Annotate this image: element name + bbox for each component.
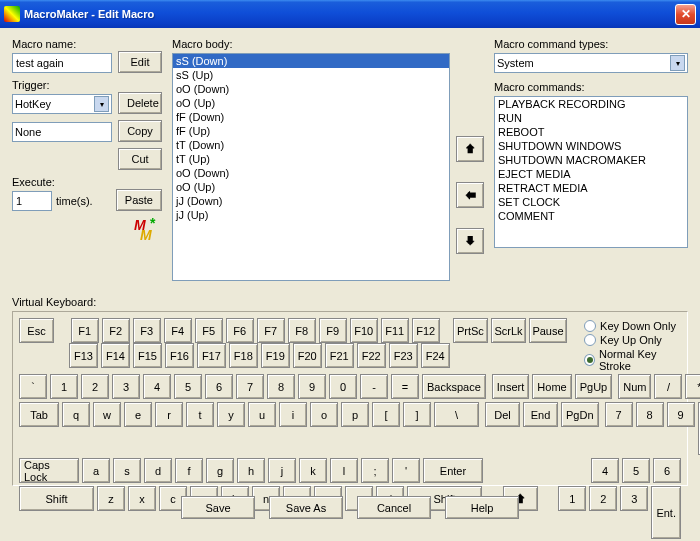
key-f24[interactable]: F24 (421, 343, 450, 368)
key-7[interactable]: 7 (236, 374, 264, 399)
help-button[interactable]: Help (445, 496, 519, 519)
key-r[interactable]: r (155, 402, 183, 427)
key-z[interactable]: z (97, 486, 125, 511)
key-pause[interactable]: Pause (529, 318, 567, 343)
radio-keydown[interactable] (584, 320, 596, 332)
command-item[interactable]: PLAYBACK RECORDING (495, 97, 687, 111)
key-lshift[interactable]: Shift (19, 486, 94, 511)
key-num9[interactable]: 9 (667, 402, 695, 427)
key-apostrophe[interactable]: ' (392, 458, 420, 483)
radio-keyup[interactable] (584, 334, 596, 346)
macro-name-input[interactable] (12, 53, 112, 73)
key-f13[interactable]: F13 (69, 343, 98, 368)
move-down-button[interactable]: 🡇 (456, 228, 484, 254)
key-pgup[interactable]: PgUp (575, 374, 613, 399)
body-item[interactable]: tT (Up) (173, 152, 449, 166)
body-item[interactable]: sS (Down) (173, 54, 449, 68)
key-0[interactable]: 0 (329, 374, 357, 399)
key-d[interactable]: d (144, 458, 172, 483)
key-home[interactable]: Home (532, 374, 571, 399)
key-esc[interactable]: Esc (19, 318, 54, 343)
key-8[interactable]: 8 (267, 374, 295, 399)
key-num8[interactable]: 8 (636, 402, 664, 427)
body-item[interactable]: fF (Down) (173, 110, 449, 124)
execute-count-input[interactable] (12, 191, 52, 211)
command-item[interactable]: RETRACT MEDIA (495, 181, 687, 195)
radio-normal[interactable] (584, 354, 595, 366)
body-item[interactable]: jJ (Down) (173, 194, 449, 208)
key-dash[interactable]: - (360, 374, 388, 399)
cancel-button[interactable]: Cancel (357, 496, 431, 519)
key-f19[interactable]: F19 (261, 343, 290, 368)
key-w[interactable]: w (93, 402, 121, 427)
key-f12[interactable]: F12 (412, 318, 440, 343)
key-f15[interactable]: F15 (133, 343, 162, 368)
key-tab[interactable]: Tab (19, 402, 59, 427)
key-num2[interactable]: 2 (589, 486, 617, 511)
close-button[interactable]: ✕ (675, 4, 696, 25)
key-x[interactable]: x (128, 486, 156, 511)
key-k[interactable]: k (299, 458, 327, 483)
key-l[interactable]: l (330, 458, 358, 483)
add-left-button[interactable]: 🡄 (456, 182, 484, 208)
command-item[interactable]: SET CLOCK (495, 195, 687, 209)
command-item[interactable]: SHUTDOWN WINDOWS (495, 139, 687, 153)
key-y[interactable]: y (217, 402, 245, 427)
macro-body-listbox[interactable]: sS (Down)sS (Up)oO (Down)oO (Up)fF (Down… (172, 53, 450, 281)
key-e[interactable]: e (124, 402, 152, 427)
key-6[interactable]: 6 (205, 374, 233, 399)
body-item[interactable]: oO (Down) (173, 166, 449, 180)
key-f18[interactable]: F18 (229, 343, 258, 368)
macromaker-icon[interactable]: * (132, 217, 162, 245)
trigger-dropdown[interactable]: HotKey ▾ (12, 94, 112, 114)
key-f23[interactable]: F23 (389, 343, 418, 368)
key-capslock[interactable]: Caps Lock (19, 458, 79, 483)
key-f11[interactable]: F11 (381, 318, 409, 343)
key-scrlk[interactable]: ScrLk (491, 318, 526, 343)
key-p[interactable]: p (341, 402, 369, 427)
command-item[interactable]: SHUTDOWN MACROMAKER (495, 153, 687, 167)
command-item[interactable]: RUN (495, 111, 687, 125)
key-end[interactable]: End (523, 402, 558, 427)
key-f6[interactable]: F6 (226, 318, 254, 343)
key-f5[interactable]: F5 (195, 318, 223, 343)
key-i[interactable]: i (279, 402, 307, 427)
trigger-value-field[interactable]: None (12, 122, 112, 142)
body-item[interactable]: oO (Up) (173, 96, 449, 110)
save-as-button[interactable]: Save As (269, 496, 343, 519)
key-nummul[interactable]: * (685, 374, 700, 399)
key-del[interactable]: Del (485, 402, 520, 427)
command-item[interactable]: REBOOT (495, 125, 687, 139)
edit-button[interactable]: Edit (118, 51, 162, 73)
key-num3[interactable]: 3 (620, 486, 648, 511)
key-f9[interactable]: F9 (319, 318, 347, 343)
key-numenter[interactable]: Ent. (651, 486, 681, 539)
body-item[interactable]: oO (Up) (173, 180, 449, 194)
key-numlock[interactable]: Num (618, 374, 651, 399)
key-f16[interactable]: F16 (165, 343, 194, 368)
key-a[interactable]: a (82, 458, 110, 483)
commands-listbox[interactable]: PLAYBACK RECORDINGRUNREBOOTSHUTDOWN WIND… (494, 96, 688, 248)
body-item[interactable]: oO (Down) (173, 82, 449, 96)
move-up-button[interactable]: 🡅 (456, 136, 484, 162)
key-pgdn[interactable]: PgDn (561, 402, 599, 427)
save-button[interactable]: Save (181, 496, 255, 519)
key-4[interactable]: 4 (143, 374, 171, 399)
body-item[interactable]: sS (Up) (173, 68, 449, 82)
key-equals[interactable]: = (391, 374, 419, 399)
key-1[interactable]: 1 (50, 374, 78, 399)
key-f1[interactable]: F1 (71, 318, 99, 343)
key-f10[interactable]: F10 (350, 318, 378, 343)
key-s[interactable]: s (113, 458, 141, 483)
key-9[interactable]: 9 (298, 374, 326, 399)
key-num5[interactable]: 5 (622, 458, 650, 483)
key-num4[interactable]: 4 (591, 458, 619, 483)
key-g[interactable]: g (206, 458, 234, 483)
key-backspace[interactable]: Backspace (422, 374, 486, 399)
paste-button[interactable]: Paste (116, 189, 162, 211)
key-backtick[interactable]: ` (19, 374, 47, 399)
key-backslash[interactable]: \ (434, 402, 479, 427)
command-item[interactable]: EJECT MEDIA (495, 167, 687, 181)
key-f14[interactable]: F14 (101, 343, 130, 368)
cut-button[interactable]: Cut (118, 148, 162, 170)
